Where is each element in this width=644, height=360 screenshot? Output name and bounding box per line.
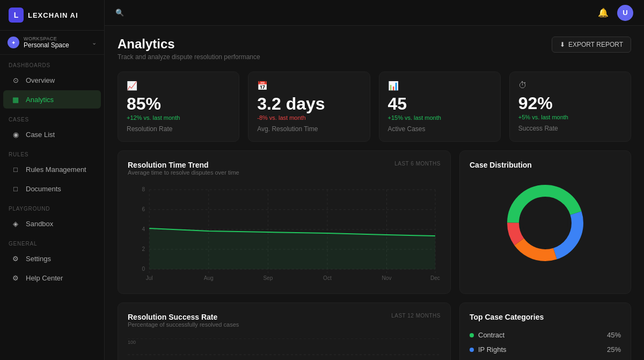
kpi-change: +15% vs. last month — [388, 114, 492, 121]
page-content: Analytics Track and analyze dispute reso… — [105, 26, 644, 360]
export-report-button[interactable]: ⬇ EXPORT REPORT — [552, 37, 631, 53]
bar-chart-icon: 📊 — [388, 81, 492, 91]
chart-subtitle: Percentage of successfully resolved case… — [128, 321, 239, 328]
kpi-value: 3.2 days — [257, 95, 361, 112]
kpi-value: 45 — [388, 95, 492, 112]
sidebar-item-label: Documents — [26, 185, 61, 193]
svg-text:100: 100 — [128, 340, 136, 345]
svg-text:4: 4 — [142, 226, 145, 232]
sidebar-item-sandbox[interactable]: ◈ Sandbox — [3, 214, 101, 233]
rules-icon: □ — [11, 164, 20, 174]
workspace-section-label: Workspace — [24, 36, 69, 41]
donut-chart-wrap — [470, 175, 621, 271]
section-label-rules: Rules — [0, 144, 104, 160]
sandbox-icon: ◈ — [11, 219, 20, 228]
case-distribution-card: Case Distribution — [459, 150, 631, 294]
ip-rights-dot — [470, 348, 474, 352]
kpi-value: 92% — [518, 95, 622, 112]
sidebar: L LEXCHAIN AI ✦ Workspace Personal Space… — [0, 0, 105, 360]
kpi-change: -8% vs. last month — [257, 114, 361, 121]
sidebar-item-settings[interactable]: ⚙ Settings — [3, 249, 101, 268]
chart-period: LAST 6 MONTHS — [394, 161, 441, 167]
sidebar-item-label: Overview — [26, 76, 55, 84]
settings-icon: ⚙ — [11, 254, 20, 263]
svg-text:6: 6 — [142, 206, 145, 212]
kpi-row: 📈 85% +12% vs. last month Resolution Rat… — [118, 71, 631, 142]
kpi-change: +5% vs. last month — [518, 114, 622, 120]
sidebar-item-help-center[interactable]: ⚙ Help Center — [3, 269, 101, 287]
resolution-rate-icon: 📈 — [127, 81, 230, 91]
category-label: IP Rights — [478, 345, 507, 354]
svg-text:0: 0 — [142, 266, 145, 272]
logo-text: LEXCHAIN AI — [28, 11, 78, 19]
kpi-card-active-cases: 📊 45 +15% vs. last month Active Cases — [379, 71, 501, 142]
sidebar-item-label: Rules Management — [26, 165, 86, 174]
chart-subtitle: Average time to resolve disputes over ti… — [128, 169, 239, 176]
kpi-value: 85% — [127, 95, 230, 112]
kpi-card-avg-resolution-time: 📅 3.2 days -8% vs. last month Avg. Resol… — [248, 71, 370, 142]
workspace-name: Personal Space — [24, 41, 69, 49]
sidebar-item-overview[interactable]: ⊙ Overview — [3, 71, 101, 89]
category-pct: 25% — [607, 345, 621, 354]
page-title: Analytics — [118, 37, 260, 52]
sidebar-item-label: Case List — [26, 131, 55, 139]
donut-chart-svg — [502, 180, 588, 266]
section-label-dashboards: Dashboards — [0, 55, 104, 70]
svg-text:Dec: Dec — [430, 275, 440, 281]
topbar-right: 🔔 U — [596, 5, 633, 21]
chart-title: Resolution Time Trend — [128, 161, 239, 169]
sidebar-item-label: Help Center — [26, 274, 63, 282]
kpi-label: Avg. Resolution Time — [257, 125, 361, 133]
logo-area: L LEXCHAIN AI — [0, 0, 104, 31]
clock-icon: ⏱ — [518, 81, 622, 90]
sidebar-item-documents[interactable]: □ Documents — [3, 179, 101, 198]
svg-text:Sep: Sep — [263, 275, 273, 281]
line-chart-wrap: 8 6 4 2 0 Jul Aug Sep Oct Nov Dec — [128, 184, 441, 284]
chart-period: LAST 12 MONTHS — [391, 313, 441, 319]
kpi-card-resolution-rate: 📈 85% +12% vs. last month Resolution Rat… — [118, 71, 239, 142]
sidebar-item-rules-management[interactable]: □ Rules Management — [3, 160, 101, 178]
page-subtitle: Track and analyze dispute resolution per… — [118, 53, 260, 61]
kpi-label: Resolution Rate — [127, 125, 230, 133]
export-label: EXPORT REPORT — [568, 41, 623, 48]
help-icon: ⚙ — [11, 273, 20, 283]
kpi-change: +12% vs. last month — [127, 114, 230, 121]
home-icon: ⊙ — [11, 75, 20, 85]
sidebar-item-case-list[interactable]: ◉ Case List — [3, 125, 101, 143]
resolution-trend-card: Resolution Time Trend Average time to re… — [118, 150, 451, 294]
category-item-contract: Contract 45% — [470, 328, 621, 342]
calendar-icon: 📅 — [257, 81, 361, 91]
sidebar-item-analytics[interactable]: ▦ Analytics — [3, 90, 101, 109]
bottom-row: Resolution Success Rate Percentage of su… — [118, 303, 631, 360]
documents-icon: □ — [11, 184, 20, 193]
category-pct: 45% — [607, 331, 621, 339]
svg-text:Nov: Nov — [382, 275, 392, 281]
success-rate-chart-svg: 100 — [128, 339, 441, 360]
notification-icon[interactable]: 🔔 — [596, 5, 611, 20]
main-area: 🔍 🔔 U Analytics Track and analyze disput… — [105, 0, 644, 360]
analytics-icon: ▦ — [11, 95, 20, 104]
top-categories-title: Top Case Categories — [470, 313, 621, 321]
categories-list: Contract 45% IP Rights 25% — [470, 328, 621, 357]
line-chart-svg: 8 6 4 2 0 Jul Aug Sep Oct Nov Dec — [128, 184, 441, 284]
svg-text:8: 8 — [142, 186, 145, 192]
search-box[interactable]: 🔍 — [115, 9, 124, 17]
sidebar-item-label: Sandbox — [26, 220, 53, 228]
kpi-label: Success Rate — [518, 125, 622, 132]
section-label-cases: Cases — [0, 109, 104, 125]
kpi-label: Active Cases — [388, 125, 492, 133]
chart-title: Resolution Success Rate — [128, 313, 239, 321]
top-categories-card: Top Case Categories Contract 45% IP Righ… — [459, 303, 631, 360]
svg-text:Aug: Aug — [204, 275, 214, 281]
avatar[interactable]: U — [617, 5, 633, 21]
workspace-selector[interactable]: ✦ Workspace Personal Space ⌄ — [0, 31, 104, 55]
chevron-down-icon: ⌄ — [92, 39, 97, 46]
section-label-playground: Playground — [0, 198, 104, 214]
case-list-icon: ◉ — [11, 129, 20, 139]
topbar: 🔍 🔔 U — [105, 0, 644, 26]
svg-text:Jul: Jul — [146, 275, 153, 281]
category-label: Contract — [478, 331, 504, 339]
logo-icon: L — [9, 8, 24, 23]
page-header: Analytics Track and analyze dispute reso… — [118, 37, 631, 61]
kpi-card-success-rate: ⏱ 92% +5% vs. last month Success Rate — [509, 71, 631, 142]
